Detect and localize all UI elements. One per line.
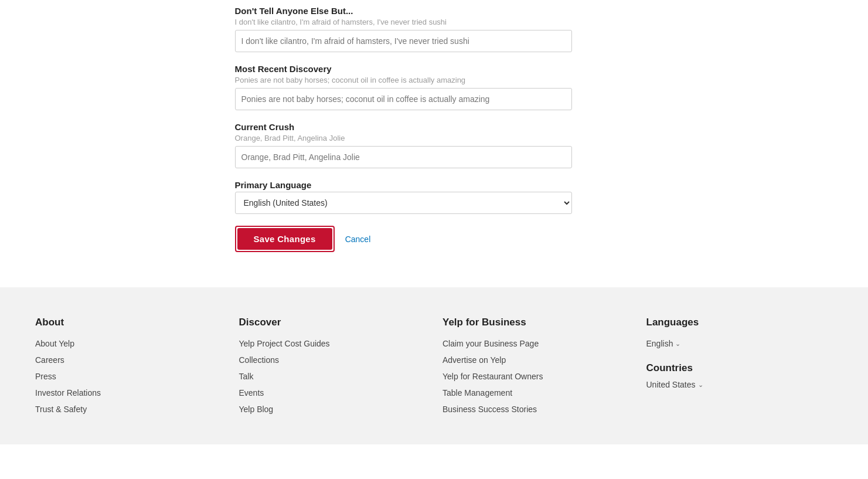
footer-discover-link[interactable]: Talk xyxy=(239,372,426,381)
current-crush-hint: Orange, Brad Pitt, Angelina Jolie xyxy=(235,134,634,142)
cancel-link[interactable]: Cancel xyxy=(345,235,371,244)
footer-business-link[interactable]: Advertise on Yelp xyxy=(442,355,629,365)
footer-languages-title: Languages xyxy=(646,317,833,328)
footer-discover-link[interactable]: Events xyxy=(239,388,426,398)
footer-discover-title: Discover xyxy=(239,317,426,328)
current-crush-input[interactable] xyxy=(235,146,572,168)
footer-discover-link[interactable]: Yelp Project Cost Guides xyxy=(239,339,426,348)
footer-countries-title: Countries xyxy=(646,362,833,374)
footer-discover-column: Discover Yelp Project Cost GuidesCollect… xyxy=(239,317,426,421)
most-recent-label: Most Recent Discovery xyxy=(235,64,634,74)
dont-tell-label: Don't Tell Anyone Else But... xyxy=(235,6,634,16)
dont-tell-hint: I don't like cilantro, I'm afraid of ham… xyxy=(235,18,634,26)
save-btn-wrapper: Save Changes xyxy=(235,226,335,252)
footer-business-link[interactable]: Claim your Business Page xyxy=(442,339,629,348)
footer: About About YelpCareersPressInvestor Rel… xyxy=(0,287,868,444)
footer-business-link[interactable]: Business Success Stories xyxy=(442,405,629,414)
country-selected: United States xyxy=(646,380,696,389)
footer-discover-link[interactable]: Yelp Blog xyxy=(239,405,426,414)
footer-about-link[interactable]: Trust & Safety xyxy=(35,405,222,414)
language-selected: English xyxy=(646,339,673,348)
country-selector[interactable]: United States ⌄ xyxy=(646,380,833,389)
primary-language-select[interactable]: English (United States)SpanishFrenchGerm… xyxy=(235,192,572,214)
footer-languages-column: Languages English ⌄ Countries United Sta… xyxy=(646,317,833,421)
footer-discover-link[interactable]: Collections xyxy=(239,355,426,365)
form-actions: Save Changes Cancel xyxy=(235,226,634,252)
footer-about-column: About About YelpCareersPressInvestor Rel… xyxy=(35,317,222,421)
footer-about-link[interactable]: Careers xyxy=(35,355,222,365)
footer-about-link[interactable]: About Yelp xyxy=(35,339,222,348)
footer-business-column: Yelp for Business Claim your Business Pa… xyxy=(442,317,629,421)
footer-business-title: Yelp for Business xyxy=(442,317,629,328)
most-recent-hint: Ponies are not baby horses; coconut oil … xyxy=(235,76,634,84)
footer-about-link[interactable]: Press xyxy=(35,372,222,381)
country-chevron-icon: ⌄ xyxy=(698,381,703,389)
primary-language-label: Primary Language xyxy=(235,180,634,190)
current-crush-label: Current Crush xyxy=(235,122,634,132)
most-recent-input[interactable] xyxy=(235,88,572,110)
footer-business-link[interactable]: Table Management xyxy=(442,388,629,398)
language-selector[interactable]: English ⌄ xyxy=(646,339,833,348)
footer-about-link[interactable]: Investor Relations xyxy=(35,388,222,398)
footer-about-title: About xyxy=(35,317,222,328)
dont-tell-input[interactable] xyxy=(235,30,572,52)
language-chevron-icon: ⌄ xyxy=(675,340,680,348)
footer-business-link[interactable]: Yelp for Restaurant Owners xyxy=(442,372,629,381)
save-changes-button[interactable]: Save Changes xyxy=(237,228,332,250)
